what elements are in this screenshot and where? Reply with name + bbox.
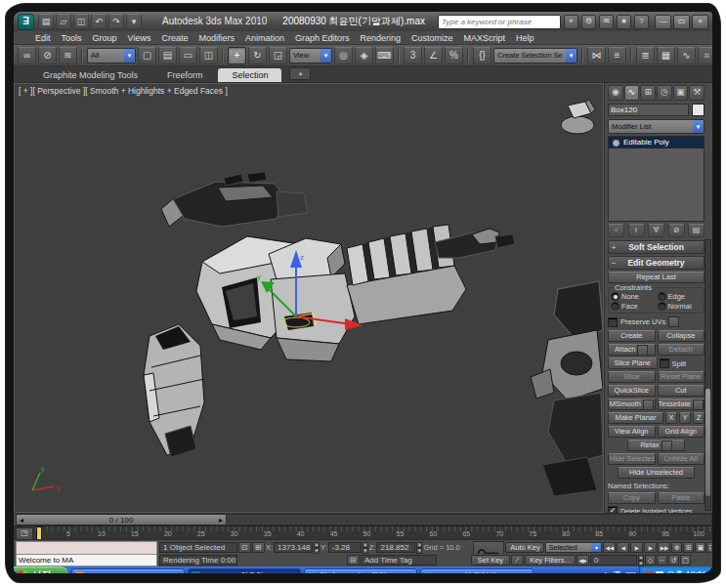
cut-button[interactable]: Cut	[658, 385, 705, 397]
orbit-icon[interactable]: ↺	[668, 555, 679, 566]
go-to-start-icon[interactable]: ◀◀	[603, 542, 616, 553]
use-pivot-point-icon[interactable]: ◎	[334, 47, 353, 64]
show-end-result-icon[interactable]: i	[628, 224, 645, 237]
motion-tab-icon[interactable]: ◷	[657, 85, 672, 101]
graphite-ribbon-toggle-icon[interactable]: ▦	[657, 47, 675, 64]
key-mode-toggle-icon[interactable]: ◀▶	[577, 555, 589, 566]
track-bar-ruler[interactable]: 5101520253035404550556065707580859095100	[35, 526, 712, 539]
y-spinner[interactable]: ▲▼	[363, 542, 368, 553]
menu-graph-editors[interactable]: Graph Editors	[295, 33, 350, 43]
object-color-swatch[interactable]	[692, 104, 705, 116]
schematic-view-icon[interactable]: ⌗	[698, 47, 712, 64]
msmooth-button[interactable]: MSmooth	[608, 399, 656, 410]
stack-item[interactable]: Editable Poly	[609, 137, 704, 148]
slice-plane-button[interactable]: Slice Plane	[608, 357, 658, 369]
window-crossing-icon[interactable]: ◫	[199, 47, 218, 64]
detach-button[interactable]: Detach	[658, 344, 705, 356]
taskbar-task-2[interactable]: 320080930 최윤민(...	[188, 568, 301, 573]
help-icon[interactable]: ?	[634, 15, 649, 29]
close-button[interactable]: ×	[692, 15, 708, 29]
repeat-last-button[interactable]: Repeat Last	[608, 272, 705, 283]
hide-selected-button[interactable]: Hide Selected	[608, 453, 656, 465]
auto-key-button[interactable]: Auto Key	[505, 542, 544, 553]
next-frame-arrow[interactable]: ▸	[219, 516, 223, 525]
visibility-bulb-icon[interactable]	[612, 139, 620, 147]
menu-rendering[interactable]: Rendering	[361, 33, 402, 43]
rollout-soft-selection[interactable]: + Soft Selection	[608, 240, 705, 254]
infocenter-search-input[interactable]	[438, 15, 561, 29]
z-spinner[interactable]: ▲▼	[416, 542, 422, 553]
model-upper-dark-part[interactable]	[161, 172, 308, 227]
ribbon-tab-freeform[interactable]: Freeform	[153, 68, 217, 82]
maxscript-mini-listener[interactable]: Welcome to MA	[16, 541, 157, 566]
msmooth-settings-button[interactable]	[643, 399, 654, 410]
key-filters-button[interactable]: Key Filters...	[525, 555, 576, 566]
perspective-viewport[interactable]: [ + ][ Perspective ][ Smooth + Highlight…	[14, 83, 604, 513]
tessellate-settings-button[interactable]	[693, 399, 704, 410]
zoom-icon[interactable]: ⊕	[671, 542, 682, 553]
communication-center-icon[interactable]: ✉	[599, 15, 614, 29]
viewport-label[interactable]: [ + ][ Perspective ][ Smooth + Highlight…	[19, 86, 228, 96]
menu-animation[interactable]: Animation	[245, 33, 284, 43]
lang-hanja-indicator[interactable]: 漢	[613, 569, 621, 574]
snaps-toggle-icon[interactable]: 3	[404, 47, 422, 64]
rectangular-selection-region-icon[interactable]: ▭	[179, 47, 197, 64]
scrollbar-thumb[interactable]	[705, 389, 710, 496]
save-icon[interactable]: ◫	[73, 14, 89, 29]
search-icon[interactable]: ⌖	[564, 15, 578, 29]
make-planar-y-button[interactable]: Y	[679, 412, 691, 424]
listener-pane[interactable]: Welcome to MA	[16, 555, 157, 567]
object-name-field[interactable]: Box120	[608, 104, 689, 116]
time-slider-track[interactable]	[227, 514, 712, 525]
restore-button[interactable]: ▭	[673, 15, 690, 29]
selection-filter-dropdown[interactable]: All▾	[87, 48, 136, 63]
current-frame-field[interactable]: 0	[590, 555, 637, 566]
selection-lock-icon[interactable]: ⊡	[238, 542, 251, 553]
track-bar[interactable]: ◳ 51015202530354045505560657075808590951…	[14, 525, 712, 539]
open-file-icon[interactable]: ▱	[56, 14, 71, 29]
go-to-end-icon[interactable]: ▶▶	[658, 542, 670, 553]
bind-to-space-warp-icon[interactable]: ≋	[59, 47, 77, 64]
unhide-all-button[interactable]: Unhide All	[658, 453, 705, 465]
undo-icon[interactable]: ↶	[91, 14, 107, 29]
ribbon-minimize-icon[interactable]: ▴	[289, 67, 311, 80]
minimize-button[interactable]: —	[655, 15, 671, 29]
start-button[interactable]: 시작	[14, 567, 68, 573]
absolute-mode-icon[interactable]: ⊞	[252, 542, 265, 553]
make-planar-x-button[interactable]: X	[665, 412, 677, 424]
relax-button[interactable]: Relax	[627, 440, 685, 451]
zoom-extents-icon[interactable]: ▣	[695, 542, 705, 553]
select-and-scale-icon[interactable]: ◲	[269, 47, 287, 64]
model-main-body[interactable]	[196, 236, 355, 361]
menu-edit[interactable]: Edit	[35, 33, 51, 43]
hierarchy-tab-icon[interactable]: ⊞	[640, 85, 656, 101]
view-align-button[interactable]: View Align	[608, 426, 656, 438]
zoom-region-icon[interactable]: ◇	[645, 555, 656, 566]
redo-icon[interactable]: ↷	[108, 14, 124, 29]
split-checkbox[interactable]	[660, 358, 669, 368]
create-tab-icon[interactable]: ◉	[608, 85, 623, 101]
time-slider-handle[interactable]: ◂ 0 / 100 ▸	[16, 514, 227, 525]
preserve-uvs-checkbox[interactable]	[608, 317, 618, 327]
utilities-tab-icon[interactable]: ⚒	[689, 85, 705, 101]
lang-a-indicator[interactable]: A	[603, 570, 609, 573]
collapse-button[interactable]: Collapse	[658, 330, 705, 342]
maximize-viewport-icon[interactable]: ▢	[680, 555, 691, 566]
copy-button[interactable]: Copy	[608, 492, 656, 504]
new-file-icon[interactable]: ▤	[38, 14, 54, 29]
grid-align-button[interactable]: Grid Align	[658, 426, 705, 438]
pin-stack-icon[interactable]: ▫	[608, 224, 624, 237]
ribbon-tab-selection[interactable]: Selection	[218, 68, 281, 82]
make-planar-z-button[interactable]: Z	[693, 412, 705, 424]
reference-coordinate-dropdown[interactable]: View▾	[289, 48, 332, 63]
y-value-field[interactable]: -3.28	[328, 542, 362, 553]
zoom-all-icon[interactable]: ⊞	[683, 542, 694, 553]
x-spinner[interactable]: ▲▼	[314, 542, 320, 553]
next-frame-icon[interactable]: ▶	[644, 542, 657, 553]
select-and-link-icon[interactable]: ∞	[18, 47, 36, 64]
model-lower-left-part[interactable]	[144, 324, 204, 457]
model-small-object[interactable]	[561, 100, 595, 134]
select-and-rotate-icon[interactable]: ↻	[248, 47, 267, 64]
set-key-mode-icon[interactable]	[473, 541, 504, 554]
key-filter-icon[interactable]: ∕	[511, 555, 524, 566]
